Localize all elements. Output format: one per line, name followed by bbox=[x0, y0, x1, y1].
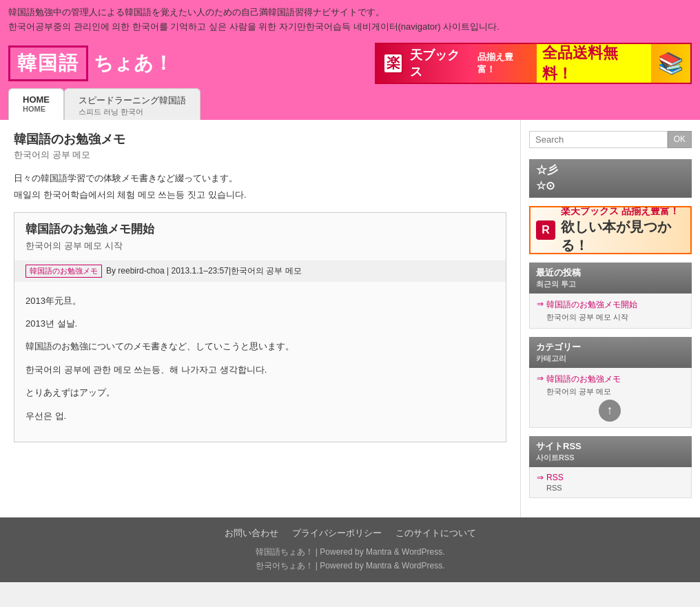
main-wrapper: 韓国語のお勉強メモ 한국어의 공부 메모 日々の韓国語学習での体験メモ書きなど綴… bbox=[0, 120, 700, 517]
rakuten-label: 天ブックス bbox=[410, 47, 471, 80]
sidebar: OK ☆彡 ☆⊙ R 楽天ブックス 品揃え豊富！ 欲しい本が見つかる！ 最近の投… bbox=[521, 120, 700, 517]
article-category-link[interactable]: 韓国語のお勉強メモ bbox=[25, 265, 102, 278]
header: 韓国語 ちょあ！ 楽 天ブックス 品揃え豊富！ 全品送料無料！ 📚 bbox=[0, 39, 700, 88]
page-title: 韓国語のお勉強メモ bbox=[14, 131, 506, 147]
footer-powered-line2: 한국어ちょあ！ | Powered by Mantra & WordPress. bbox=[10, 559, 690, 573]
category-arrow: ⇒ bbox=[537, 373, 544, 383]
intro-line1: 日々の韓国語学習での体験メモ書きなど綴っています。 bbox=[14, 172, 506, 185]
rakuten-sub: 品揃え豊富！ bbox=[477, 51, 530, 76]
footer-powered-line1: 韓国語ちょあ！ | Powered by Mantra & WordPress. bbox=[10, 545, 690, 559]
rakuten-free-label: 全品送料無料！ bbox=[537, 43, 651, 84]
category-section: カテゴリー 카테고리 ⇒ 韓国語のお勉強メモ 한국어의 공부 메모 ↑ bbox=[529, 337, 692, 428]
rakuten-banner-main[interactable]: 楽 天ブックス 品揃え豊富！ 全品送料無料！ 📚 bbox=[375, 43, 692, 84]
footer-links: お問い合わせ プライバシーポリシー このサイトについて bbox=[10, 527, 690, 539]
search-area: OK bbox=[529, 131, 692, 148]
article-title-area: 韓国語のお勉強メモ開始 한국어의 공부 메모 시작 bbox=[14, 213, 506, 260]
star-section: ☆彡 ☆⊙ bbox=[529, 159, 692, 198]
star-line1: ☆彡 bbox=[536, 163, 685, 178]
rakuten-r-icon: 楽 bbox=[383, 53, 403, 74]
footer-powered: 韓国語ちょあ！ | Powered by Mantra & WordPress.… bbox=[10, 545, 690, 573]
banner-line2: 한국어공부중의 관리인에 의한 한국어를 기억하고 싶은 사람을 위한 자기만한… bbox=[8, 20, 692, 34]
footer-link-contact[interactable]: お問い合わせ bbox=[225, 527, 278, 539]
article-box: 韓国語のお勉強メモ開始 한국어의 공부 메모 시작 韓国語のお勉強メモ By r… bbox=[14, 212, 506, 442]
body-line1: 2013年元旦。 bbox=[25, 293, 495, 309]
recent-sub: 한국어의 공부 메모 시작 bbox=[546, 312, 637, 322]
search-button[interactable]: OK bbox=[668, 131, 692, 148]
body-line2: 2013년 설날. bbox=[25, 316, 495, 331]
intro-line2: 매일의 한국어학습에서의 체험 메모 쓰는등 짓고 있습니다. bbox=[14, 189, 506, 201]
page-subtitle: 한국어의 공부 메모 bbox=[14, 149, 506, 161]
article-title-sub: 한국어의 공부 메모 시작 bbox=[25, 240, 495, 252]
article-meta-text: By reebird-choa | 2013.1.1–23:57|한국어의 공부… bbox=[106, 265, 302, 277]
recent-body: ⇒ 韓国語のお勉強メモ開始 한국어의 공부 메모 시작 bbox=[529, 294, 692, 329]
recent-arrow: ⇒ bbox=[537, 299, 544, 309]
rss-header: サイトRSS 사이트RSS bbox=[529, 436, 692, 467]
body-line4: 한국어의 공부에 관한 메모 쓰는등、해 나가자고 생각합니다. bbox=[25, 362, 495, 378]
body-line6: 우선은 업. bbox=[25, 408, 495, 424]
recent-link[interactable]: 韓国語のお勉強メモ開始 bbox=[546, 300, 637, 309]
nav-item-home[interactable]: HOME HOME bbox=[8, 88, 64, 120]
rss-sub: RSS bbox=[546, 484, 564, 492]
star-header: ☆彡 ☆⊙ bbox=[529, 159, 692, 198]
logo-box: 韓国語 bbox=[8, 45, 88, 81]
rakuten-sidebar-r: R bbox=[536, 220, 555, 240]
category-body: ⇒ 韓国語のお勉強メモ 한국어의 공부 메모 ↑ bbox=[529, 368, 692, 428]
site-logo[interactable]: 韓国語 ちょあ！ bbox=[8, 45, 173, 81]
recent-section: 最近の投稿 최근의 투고 ⇒ 韓国語のお勉強メモ開始 한국어의 공부 메모 시작 bbox=[529, 263, 692, 329]
article-body: 2013年元旦。 2013년 설날. 韓国語のお勉強についてのメモ書きなど、して… bbox=[14, 282, 506, 442]
rss-link[interactable]: RSS bbox=[546, 473, 564, 482]
category-sub: 한국어의 공부 메모 bbox=[546, 387, 621, 397]
star-line2: ☆⊙ bbox=[536, 179, 685, 192]
article-title: 韓国語のお勉強メモ開始 bbox=[25, 221, 495, 237]
article-meta: 韓国語のお勉強メモ By reebird-choa | 2013.1.1–23:… bbox=[14, 260, 506, 282]
rss-arrow: ⇒ bbox=[537, 473, 544, 482]
footer: お問い合わせ プライバシーポリシー このサイトについて 韓国語ちょあ！ | Po… bbox=[0, 517, 700, 583]
recent-header: 最近の投稿 최근의 투고 bbox=[529, 263, 692, 294]
scroll-up-button[interactable]: ↑ bbox=[599, 400, 621, 422]
rakuten-sidebar-slogan: 欲しい本が見つかる！ bbox=[561, 218, 685, 254]
top-banner: 韓国語勉強中の管理人による韓国語を覚えたい人のための自己満韓国語習得ナビサイトで… bbox=[0, 0, 700, 39]
nav-item-speed[interactable]: スピードラーニング韓国語 스피드 러닝 한국어 bbox=[64, 88, 200, 120]
rakuten-sidebar-books: 楽天ブックス 品揃え豊富！ bbox=[561, 206, 685, 218]
body-line5: とりあえずはアップ。 bbox=[25, 384, 495, 400]
nav: HOME HOME スピードラーニング韓国語 스피드 러닝 한국어 bbox=[0, 88, 700, 120]
footer-link-privacy[interactable]: プライバシーポリシー bbox=[292, 527, 382, 539]
rss-section: サイトRSS 사이트RSS ⇒ RSS RSS bbox=[529, 436, 692, 498]
banner-line1: 韓国語勉強中の管理人による韓国語を覚えたい人のための自己満韓国語習得ナビサイトで… bbox=[8, 6, 692, 20]
category-link[interactable]: 韓国語のお勉強メモ bbox=[546, 374, 621, 384]
body-line3: 韓国語のお勉強についてのメモ書きなど、していこうと思います。 bbox=[25, 338, 495, 354]
search-input[interactable] bbox=[529, 131, 668, 148]
footer-link-about[interactable]: このサイトについて bbox=[395, 527, 476, 539]
rakuten-book-icon: 📚 bbox=[658, 51, 683, 75]
rss-body: ⇒ RSS RSS bbox=[529, 467, 692, 498]
rakuten-sidebar[interactable]: R 楽天ブックス 品揃え豊富！ 欲しい本が見つかる！ bbox=[529, 206, 692, 254]
content-area: 韓国語のお勉強メモ 한국어의 공부 메모 日々の韓国語学習での体験メモ書きなど綴… bbox=[0, 120, 521, 517]
category-header: カテゴリー 카테고리 bbox=[529, 337, 692, 368]
logo-kana: ちょあ！ bbox=[94, 50, 173, 76]
